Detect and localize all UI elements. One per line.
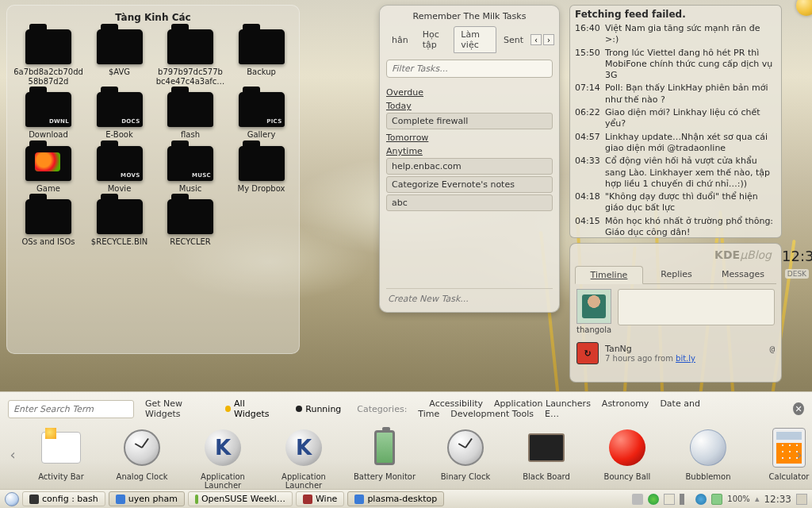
widget-category[interactable]: Application Launchers (494, 398, 591, 409)
widget-label: Application Launcher (270, 472, 338, 490)
rtm-tab[interactable]: Học tập (416, 26, 454, 53)
rtm-task[interactable]: help.enbac.com (386, 158, 553, 175)
folder-item[interactable]: $AVG (88, 29, 151, 86)
desktop-pager[interactable] (796, 494, 807, 505)
microblog-tab[interactable]: Messages (710, 266, 776, 283)
widget-icon (39, 425, 83, 470)
filter-running[interactable]: Running (291, 402, 346, 416)
digital-clock-widget[interactable]: 12:33 DESK (782, 248, 809, 279)
updates-icon[interactable] (648, 494, 659, 505)
folder-item[interactable]: OSs and ISOs (13, 199, 83, 247)
volume-icon[interactable] (680, 494, 691, 505)
folder-item[interactable]: Backup (230, 29, 293, 86)
feed-text: Cổ động viên hối hả vượt cửa khẩu sang L… (605, 156, 776, 190)
feed-item[interactable]: 16:40Việt Nam gia tăng sức mạnh răn đe >… (575, 23, 776, 46)
feed-item[interactable]: 15:50Trong lúc Viettel đang hô hét PR th… (575, 48, 776, 82)
rtm-tab[interactable]: hân (385, 32, 416, 48)
kickoff-launcher[interactable] (5, 492, 19, 506)
microblog-tab[interactable]: Timeline (575, 266, 643, 284)
rss-feed-panel: Fetching feed failed. 16:40Việt Nam gia … (569, 5, 782, 238)
rtm-task[interactable]: Categorize Evernote's notes (386, 176, 553, 193)
feed-item[interactable]: 07:14Poll: Bạn thấy LinkHay phiên bản mớ… (575, 83, 776, 106)
taskbar-task[interactable]: Wine (296, 491, 344, 506)
folder-label: Gallery (247, 130, 276, 140)
rtm-task[interactable]: Complete firewall (386, 113, 553, 129)
widget-search-input[interactable] (8, 400, 134, 418)
widget-item[interactable]: Application Launcher (189, 425, 257, 490)
feed-item[interactable]: 04:15Môn học khó nhất ở trường phổ thông… (575, 216, 776, 238)
taskbar-task[interactable]: OpenSUSE Weekl… (188, 491, 293, 506)
taskbar-task[interactable]: uyen pham (109, 491, 185, 506)
folder-item[interactable]: MOVSMovie (88, 146, 151, 194)
tray-icon[interactable] (632, 494, 643, 505)
folder-item[interactable]: MUSCMusic (155, 146, 225, 194)
folder-item[interactable]: b797b97dc577bbc4e47c4a3afc… (155, 29, 225, 86)
taskbar-clock[interactable]: 12:33 (764, 494, 791, 505)
folder-item[interactable]: flash (155, 92, 225, 140)
folder-item[interactable]: My Dropbox (230, 146, 293, 194)
widget-item[interactable]: Analog Clock (108, 425, 176, 490)
widget-explorer: Get New Widgets All Widgets Running Cate… (0, 391, 812, 489)
widget-item[interactable]: Application Launcher (270, 425, 338, 490)
widget-category[interactable]: E… (545, 409, 559, 419)
folder-item[interactable]: RECYCLER (155, 199, 225, 247)
rtm-filter-input[interactable] (386, 60, 553, 78)
folder-icon (167, 92, 213, 127)
feed-time: 06:22 (575, 107, 602, 130)
folder-icon (167, 199, 213, 234)
reply-icon[interactable]: @ (769, 344, 775, 354)
microblog-compose-input[interactable] (618, 289, 775, 325)
feed-text: Trong lúc Viettel đang hô hét PR thì Mob… (605, 48, 776, 82)
filter-all-widgets[interactable]: All Widgets (220, 397, 280, 421)
feed-item[interactable]: 04:33Cổ động viên hối hả vượt cửa khẩu s… (575, 156, 776, 190)
folder-item[interactable]: $RECYCLE.BIN (88, 199, 151, 247)
feed-item[interactable]: 04:57Linkhay update…Nhận xét sơ qua cái … (575, 132, 776, 155)
widget-explorer-close[interactable]: ✕ (793, 402, 804, 415)
task-label: Wine (316, 494, 337, 504)
get-new-widgets-link[interactable]: Get New Widgets (145, 398, 209, 419)
rtm-tab[interactable]: Sent (496, 32, 530, 48)
rtm-task[interactable]: abc (386, 194, 553, 211)
feed-item[interactable]: 04:18"Không dạy được thì đuổi" thể hiện … (575, 191, 776, 214)
network-icon[interactable] (695, 494, 707, 505)
widget-item[interactable]: Binary Clock (431, 425, 500, 490)
folder-item[interactable]: PICSGallery (230, 92, 293, 140)
folder-item[interactable]: Game (13, 146, 83, 194)
microblog-tab[interactable]: Replies (643, 266, 710, 283)
widget-scroll-right[interactable]: › (791, 438, 807, 470)
rtm-prev[interactable]: ‹ (530, 34, 542, 45)
feed-item[interactable]: 06:22Giao diện mới? Linkhay liệu có chết… (575, 107, 776, 130)
rtm-section-header: Overdue (386, 87, 553, 98)
widget-scroll-left[interactable]: ‹ (5, 438, 21, 470)
folder-icon: PICS (239, 92, 285, 127)
taskbar-task[interactable]: plasma-desktop (347, 491, 444, 506)
widget-item[interactable]: Bubblemon (674, 425, 742, 490)
post-source-link[interactable]: bit.ly (676, 354, 695, 363)
avatar (576, 289, 611, 324)
post-meta: 7 hours ago from bit.ly (605, 354, 775, 363)
clipboard-icon[interactable] (664, 494, 675, 505)
feed-text: Việt Nam gia tăng sức mạnh răn đe >:) (605, 23, 776, 46)
taskbar-task[interactable]: config : bash (22, 491, 105, 506)
widget-category[interactable]: Accessibility (429, 398, 483, 409)
widget-item[interactable]: Activity Bar (27, 425, 95, 490)
widget-item[interactable]: Bouncy Ball (593, 425, 661, 490)
rtm-title: Remember The Milk Tasks (380, 6, 559, 26)
widget-icon (120, 425, 164, 470)
feed-text: Poll: Bạn thấy LinkHay phiên bản mới như… (605, 83, 776, 106)
widget-item[interactable]: Battery Monitor (350, 425, 419, 490)
folder-item[interactable]: DOCSE-Book (88, 92, 151, 140)
folder-item[interactable]: DWNLDownload (13, 92, 83, 140)
rtm-next[interactable]: › (543, 34, 554, 45)
widget-category[interactable]: Development Tools (450, 409, 534, 419)
rtm-tab[interactable]: Làm việc (454, 26, 496, 53)
widget-category[interactable]: Astronomy (602, 398, 649, 409)
widget-item[interactable]: Black Board (512, 425, 580, 490)
rtm-section-header: Anytime (386, 146, 553, 156)
folder-item[interactable]: 6a7bd8a2cb70dd58b87d2d (13, 29, 83, 86)
widget-icon (362, 425, 407, 470)
battery-tray-icon[interactable] (711, 494, 722, 505)
tray-expand-icon[interactable]: ▴ (755, 494, 760, 504)
rtm-new-task-input[interactable] (386, 289, 553, 306)
rtm-section-header: Tomorrow (386, 133, 553, 143)
